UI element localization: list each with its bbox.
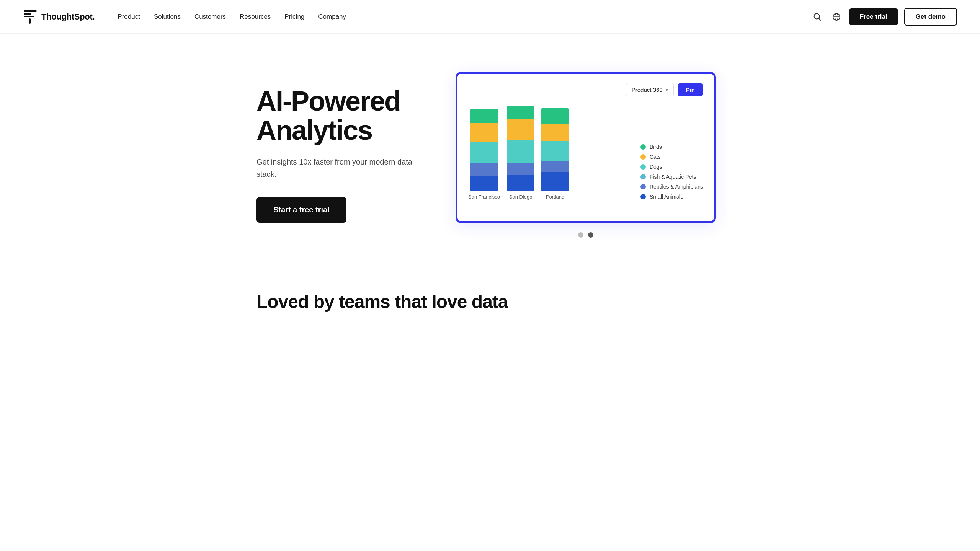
svg-line-5 <box>819 18 821 20</box>
carousel-dot-2[interactable] <box>588 232 593 238</box>
legend-dot-cats <box>640 154 646 160</box>
logo[interactable]: ThoughtSpot. <box>23 10 95 24</box>
chart-legend: Birds Cats Dogs Fish & Aquatic Pets <box>630 144 703 210</box>
svg-rect-1 <box>24 13 31 15</box>
hero-title: AI-Powered Analytics <box>256 87 417 145</box>
legend-small-animals: Small Animals <box>640 194 703 200</box>
navigation: ThoughtSpot. Product Solutions Customers… <box>0 0 980 34</box>
legend-label-small-animals: Small Animals <box>650 194 683 200</box>
nav-item-pricing[interactable]: Pricing <box>284 13 304 21</box>
hero-title-line2: Analytics <box>256 115 372 145</box>
stacked-bar-sanfrancisco <box>470 109 498 191</box>
get-demo-button[interactable]: Get demo <box>904 8 957 26</box>
segment-sd-green <box>507 106 534 119</box>
legend-reptiles: Reptiles & Amphibians <box>640 184 703 190</box>
hero-left: AI-Powered Analytics Get insights 10x fa… <box>256 87 417 222</box>
hero-right: Product 360 ▾ Pin <box>448 72 724 238</box>
nav-item-product[interactable]: Product <box>118 13 140 21</box>
bar-label-sandiego: San Diego <box>509 194 532 200</box>
chart-top-bar: Product 360 ▾ Pin <box>468 83 703 96</box>
nav-link-company[interactable]: Company <box>318 13 346 20</box>
hero-subtitle: Get insights 10x faster from your modern… <box>256 156 417 180</box>
legend-dot-birds <box>640 144 646 150</box>
search-button[interactable] <box>811 10 824 23</box>
legend-dot-reptiles <box>640 184 646 189</box>
pin-button[interactable]: Pin <box>678 83 703 96</box>
nav-item-customers[interactable]: Customers <box>194 13 226 21</box>
segment-sf-green <box>470 109 498 123</box>
nav-item-company[interactable]: Company <box>318 13 346 21</box>
globe-icon <box>832 13 841 21</box>
segment-pdx-blue-dark <box>541 172 569 191</box>
segment-sf-teal <box>470 142 498 163</box>
segment-sf-blue-dark <box>470 176 498 191</box>
logo-icon <box>23 10 38 24</box>
legend-label-fish: Fish & Aquatic Pets <box>650 174 696 180</box>
segment-sf-blue-mid <box>470 163 498 176</box>
svg-rect-3 <box>29 18 31 24</box>
bar-group-portland: Portland <box>541 108 569 200</box>
segment-pdx-yellow <box>541 124 569 141</box>
segment-pdx-green <box>541 108 569 124</box>
legend-cats: Cats <box>640 154 703 160</box>
legend-dogs: Dogs <box>640 164 703 170</box>
legend-dot-small-animals <box>640 194 646 199</box>
bar-group-sandiego: San Diego <box>507 106 534 200</box>
chevron-down-icon: ▾ <box>666 87 668 93</box>
logo-text: ThoughtSpot. <box>41 12 95 22</box>
carousel-dot-1[interactable] <box>578 232 583 238</box>
nav-link-product[interactable]: Product <box>118 13 140 20</box>
svg-rect-2 <box>24 16 34 17</box>
segment-sd-teal <box>507 140 534 163</box>
search-icon <box>813 13 822 21</box>
chart-bars-area: San Francisco San Diego <box>468 103 630 210</box>
nav-right: Free trial Get demo <box>811 8 957 26</box>
legend-fish: Fish & Aquatic Pets <box>640 174 703 180</box>
nav-item-solutions[interactable]: Solutions <box>154 13 181 21</box>
bar-label-sanfrancisco: San Francisco <box>468 194 500 200</box>
nav-link-resources[interactable]: Resources <box>240 13 271 20</box>
bar-group-sanfrancisco: San Francisco <box>468 109 500 200</box>
bar-label-portland: Portland <box>546 194 564 200</box>
legend-label-birds: Birds <box>650 144 662 150</box>
nav-link-pricing[interactable]: Pricing <box>284 13 304 20</box>
free-trial-button[interactable]: Free trial <box>849 8 898 25</box>
svg-rect-0 <box>24 10 37 12</box>
segment-sf-yellow <box>470 123 498 142</box>
segment-sd-yellow <box>507 119 534 140</box>
loved-section: Loved by teams that love data <box>203 268 777 328</box>
legend-dot-dogs <box>640 164 646 170</box>
dropdown-label: Product 360 <box>632 86 663 93</box>
chart-frame: Product 360 ▾ Pin <box>456 72 716 223</box>
nav-link-customers[interactable]: Customers <box>194 13 226 20</box>
globe-button[interactable] <box>830 10 843 23</box>
loved-title: Loved by teams that love data <box>256 291 724 312</box>
legend-dot-fish <box>640 174 646 179</box>
segment-sd-blue-dark <box>507 175 534 191</box>
hero-section: AI-Powered Analytics Get insights 10x fa… <box>203 34 777 268</box>
stacked-bar-portland <box>541 108 569 191</box>
chart-body: San Francisco San Diego <box>468 103 703 210</box>
carousel-dots <box>578 232 593 238</box>
start-trial-button[interactable]: Start a free trial <box>256 197 346 223</box>
nav-link-solutions[interactable]: Solutions <box>154 13 181 20</box>
segment-sd-blue-mid <box>507 163 534 175</box>
stacked-bar-sandiego <box>507 106 534 191</box>
segment-pdx-blue-mid <box>541 161 569 172</box>
product-select-dropdown[interactable]: Product 360 ▾ <box>626 83 674 96</box>
nav-item-resources[interactable]: Resources <box>240 13 271 21</box>
legend-label-dogs: Dogs <box>650 164 662 170</box>
segment-pdx-teal <box>541 141 569 161</box>
hero-title-line1: AI-Powered <box>256 86 400 116</box>
nav-links: Product Solutions Customers Resources Pr… <box>118 13 346 21</box>
legend-label-cats: Cats <box>650 154 661 160</box>
legend-label-reptiles: Reptiles & Amphibians <box>650 184 703 190</box>
legend-birds: Birds <box>640 144 703 150</box>
